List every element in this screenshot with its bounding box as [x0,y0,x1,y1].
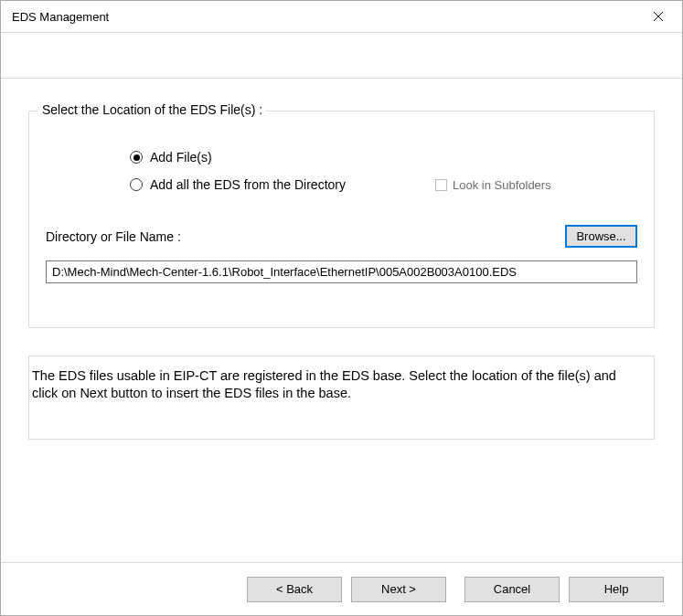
button-bar: < Back Next > Cancel Help [1,562,682,615]
radio-option-add-files[interactable]: Add File(s) [130,150,637,165]
browse-button[interactable]: Browse... [565,225,637,248]
checkbox-icon [435,179,447,191]
checkbox-subfolders[interactable]: Look in Subfolders [435,178,551,192]
directory-label: Directory or File Name : [46,229,565,244]
header-spacer [1,33,682,79]
cancel-button[interactable]: Cancel [464,577,560,602]
radio-label-add-files: Add File(s) [150,150,212,165]
close-icon [653,11,664,22]
radio-icon [130,151,143,164]
directory-row: Directory or File Name : Browse... [46,225,637,248]
radio-icon [130,178,143,191]
radio-label-add-directory: Add all the EDS from the Directory [150,177,346,192]
close-button[interactable] [638,3,678,30]
content-area: Select the Location of the EDS File(s) :… [1,79,682,562]
groupbox-title: Select the Location of the EDS File(s) : [38,102,266,117]
radio-option-add-directory[interactable]: Add all the EDS from the Directory Look … [130,177,637,192]
checkbox-label: Look in Subfolders [453,178,551,192]
info-text: The EDS files usable in EIP-CT are regis… [28,356,655,440]
titlebar: EDS Management [1,1,682,33]
window-title: EDS Management [12,10,638,24]
back-button[interactable]: < Back [247,577,342,602]
file-path-input[interactable] [46,260,637,283]
next-button[interactable]: Next > [351,577,446,602]
dialog-window: EDS Management Select the Location of th… [0,0,683,616]
radio-group: Add File(s) Add all the EDS from the Dir… [46,150,637,192]
help-button[interactable]: Help [569,577,664,602]
location-groupbox: Select the Location of the EDS File(s) :… [28,111,655,328]
